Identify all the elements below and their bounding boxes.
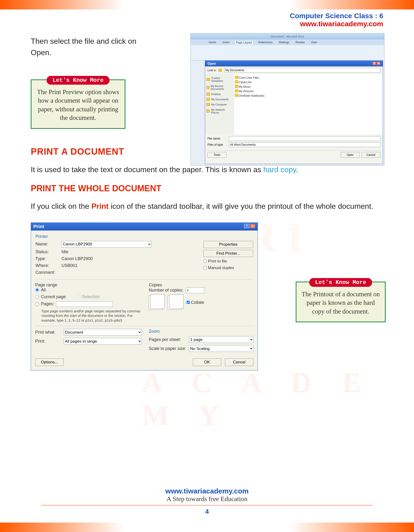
file-item[interactable]: CyberLink (235, 80, 381, 85)
file-item[interactable]: My Music (235, 85, 381, 89)
page-number: 4 (0, 508, 414, 515)
print-term: Print (91, 202, 109, 210)
printer-name-select[interactable]: Canon LBP2900 (61, 241, 151, 247)
open-fields: File name: Files of type: (205, 134, 383, 150)
bottom-border (0, 522, 414, 532)
zoom-title: Zoom (149, 329, 253, 334)
file-list: Corel User Files CyberLink My Music My P… (233, 74, 383, 134)
word-screenshot: Document1 - Microsoft Word Home Insert P… (191, 33, 385, 165)
type-value: Canon LBP2900 (61, 256, 93, 261)
know-more-box-1: Let's Know More The Print Preview option… (31, 79, 125, 129)
footer-url: www.tiwariacademy.com (0, 487, 414, 495)
all-option[interactable]: All (35, 287, 142, 293)
places-bar: Trusted Templates My Recent Documents De… (205, 74, 233, 134)
folder-icon (235, 80, 238, 83)
header-url: www.tiwariacademy.com (290, 20, 383, 28)
folder-icon (219, 69, 222, 72)
place-trusted[interactable]: Trusted Templates (206, 76, 232, 84)
folder-icon (207, 86, 209, 89)
ribbon-tabs: Home Insert Page Layout References Maili… (191, 39, 384, 45)
print-what-select[interactable]: Document (64, 329, 142, 335)
folder-icon (207, 98, 210, 101)
print-window-buttons: ? × (244, 224, 255, 229)
pages-per-sheet-select[interactable]: 1 page (189, 336, 253, 343)
footer-tagline: A Step towards free Education (0, 495, 414, 503)
scale-label: Scale to paper size: (149, 346, 187, 351)
name-label: Name: (36, 242, 61, 247)
filename-label: File name: (207, 137, 226, 140)
page-range-title: Page range (35, 283, 142, 287)
tab-page-layout[interactable]: Page Layout (234, 40, 253, 45)
cancel-button[interactable]: Cancel (361, 152, 380, 158)
pages-note: Type page numbers and/or page ranges sep… (41, 309, 142, 323)
print-to-file-checkbox[interactable]: Print to file (203, 259, 253, 264)
pages-per-sheet-label: Pages per sheet: (149, 337, 187, 342)
hard-copy-term: hard copy (263, 165, 296, 174)
status-label: Status: (36, 249, 61, 254)
close-icon[interactable]: × (377, 62, 380, 65)
tab-home[interactable]: Home (207, 40, 218, 44)
know-more-badge: Let's Know More (47, 76, 110, 85)
page-footer: www.tiwariacademy.com A Step towards fre… (0, 487, 414, 515)
print-whole-text: If you click on the Print icon of the st… (31, 200, 383, 212)
place-documents[interactable]: My Documents (206, 97, 232, 102)
file-item[interactable]: OneNote Notebooks (235, 93, 381, 98)
folder-icon (235, 76, 238, 79)
scale-select[interactable]: No Scaling (189, 345, 253, 352)
folder-icon (207, 93, 210, 95)
filetype-input[interactable] (229, 142, 380, 147)
status-value: Idle (61, 249, 68, 254)
intro-text: Then select the file and click on Open. (31, 36, 137, 58)
pages-input[interactable] (56, 301, 113, 307)
help-icon[interactable]: ? (244, 224, 249, 228)
print-title-text: Print (33, 224, 44, 229)
open-dialog-title: Open ? × (205, 61, 383, 66)
place-computer[interactable]: My Computer (206, 102, 232, 107)
collate-checkbox[interactable]: Collate (187, 300, 204, 305)
heading-print-whole: PRINT THE WHOLE DOCUMENT (31, 183, 383, 193)
top-border (0, 0, 414, 10)
tools-button[interactable]: Tools (207, 152, 226, 158)
know-more-box-2: Let's Know More The Printout of a docume… (296, 282, 385, 322)
know-more-badge: Let's Know More (309, 278, 372, 287)
pages-option[interactable]: Pages: (35, 301, 142, 307)
class-label: Computer Science Class : 6 (290, 12, 383, 20)
place-desktop[interactable]: Desktop (206, 92, 232, 97)
cancel-button[interactable]: Cancel (225, 359, 253, 366)
know-more-body: The Printout of a document on paper is k… (300, 290, 381, 316)
open-window-buttons: ? × (372, 62, 380, 66)
place-network[interactable]: My Network Places (206, 107, 232, 115)
file-item[interactable]: Corel User Files (235, 76, 381, 80)
print-dialog: Print ? × Printer Name: Canon LBP2900 St… (31, 222, 258, 371)
file-item[interactable]: My Pictures (235, 89, 381, 93)
printer-group-title: Printer (36, 234, 253, 239)
folder-icon (235, 89, 238, 92)
tab-references[interactable]: References (257, 40, 274, 44)
open-button[interactable]: Open (341, 152, 360, 158)
ok-button[interactable]: OK (193, 359, 221, 366)
find-printer-button[interactable]: Find Printer... (203, 250, 253, 257)
tab-insert[interactable]: Insert (221, 40, 231, 44)
lookin-input[interactable] (224, 68, 380, 73)
tab-review[interactable]: Review (294, 40, 306, 44)
tab-view[interactable]: View (309, 40, 318, 44)
place-recent[interactable]: My Recent Documents (206, 84, 232, 92)
help-icon[interactable]: ? (372, 62, 376, 65)
current-option[interactable]: Current page Selection (35, 294, 142, 299)
print-select[interactable]: All pages in range (64, 338, 142, 344)
manual-duplex-checkbox[interactable]: Manual duplex (203, 266, 253, 270)
close-icon[interactable]: × (250, 224, 255, 228)
copies-title: Copies (149, 283, 253, 287)
print-what-label: Print what: (35, 330, 61, 335)
footer-divider (41, 505, 373, 505)
tab-mailings[interactable]: Mailings (278, 40, 291, 44)
folder-icon (235, 94, 238, 97)
word-titlebar: Document1 - Microsoft Word (191, 33, 384, 39)
open-title-text: Open (207, 62, 216, 66)
ribbon-area (191, 45, 384, 60)
properties-button[interactable]: Properties (203, 241, 253, 248)
num-copies-input[interactable] (186, 287, 205, 293)
folder-icon (207, 110, 210, 113)
filename-input[interactable] (229, 136, 380, 141)
options-button[interactable]: Options... (35, 359, 64, 366)
